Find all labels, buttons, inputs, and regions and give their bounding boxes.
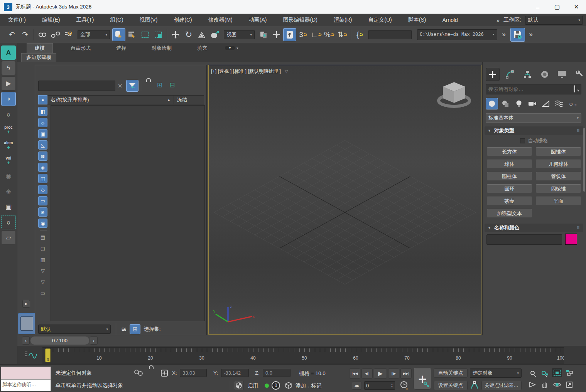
previous-frame-button[interactable]: ◀||	[361, 368, 373, 379]
menu-group[interactable]: 组(G)	[102, 14, 131, 26]
frame-counter[interactable]: 0 / 100	[30, 336, 89, 345]
menu-scripting[interactable]: 脚本(S)	[400, 14, 434, 26]
menu-file[interactable]: 文件(F)	[0, 14, 34, 26]
archive-button[interactable]: ▭	[38, 288, 47, 298]
rectangular-selection-region-button[interactable]	[138, 28, 152, 41]
select-place-button[interactable]	[208, 28, 221, 41]
show-groups-toggle[interactable]: ◈	[38, 163, 47, 172]
angle-snap-toggle[interactable]: ∟	[309, 28, 323, 41]
viewcube[interactable]	[436, 76, 473, 116]
column-freeze-header[interactable]: 冻结	[174, 95, 204, 104]
display-filter-button[interactable]	[126, 80, 138, 92]
show-lights-toggle[interactable]: ☼	[38, 118, 47, 127]
pyramid-button[interactable]: 四棱锥	[535, 184, 581, 193]
show-particles-toggle[interactable]: ⋇	[38, 207, 47, 217]
viewport-layout-thumbnail[interactable]	[18, 313, 36, 334]
autogrid-checkbox[interactable]	[520, 138, 525, 143]
menu-graph-editors[interactable]: 图形编辑器(D)	[275, 14, 325, 26]
perspective-viewport[interactable]: [+] [透视 ] [标准 ] [默认明暗处理 ] ▽ z y x	[208, 65, 481, 335]
category-helpers[interactable]	[540, 98, 552, 109]
next-frame-button[interactable]: ›	[90, 336, 98, 345]
isolate-selection-toggle[interactable]	[133, 368, 144, 377]
menu-edit[interactable]: 编辑(E)	[34, 14, 68, 26]
column-name-header[interactable]: 名称(按升序排序) ▲	[47, 95, 174, 104]
menu-tools[interactable]: 工具(T)	[68, 14, 102, 26]
cylinder-button[interactable]: 圆柱体	[486, 172, 532, 181]
x-coordinate-field[interactable]: 33.03	[180, 369, 207, 377]
geosphere-button[interactable]: 几何球体	[535, 160, 581, 168]
mini-curve-editor-icon[interactable]	[24, 349, 39, 360]
set-key-button[interactable]: 设置关键点	[434, 381, 468, 390]
minimize-button[interactable]: –	[528, 0, 547, 14]
zoom-extents-all-icon[interactable]	[564, 368, 575, 378]
reference-coordinate-dropdown[interactable]: 视图 ▾	[224, 30, 255, 39]
zoom-icon[interactable]	[527, 368, 538, 378]
subcategory-dropdown[interactable]: 标准基本体 ▾	[486, 113, 581, 123]
teapot-button[interactable]: 茶壶	[486, 197, 532, 205]
sphere-button[interactable]: 球体	[486, 160, 532, 168]
torus-button[interactable]: 圆环	[486, 184, 532, 193]
maxscript-mini-listener[interactable]: 脚本迷你侦听…	[1, 367, 51, 391]
arnold-light-button[interactable]: ☼	[1, 107, 16, 121]
list-view-button[interactable]: ▤	[38, 232, 47, 242]
select-object-button[interactable]	[112, 28, 125, 41]
clear-search-icon[interactable]: ✕	[118, 82, 123, 89]
tab-display[interactable]	[555, 68, 569, 81]
select-rotate-button[interactable]: ↻	[182, 28, 195, 41]
pan-hand-icon[interactable]	[539, 380, 550, 390]
category-systems[interactable]: ☼☼	[567, 98, 579, 109]
viewport-filter-icon[interactable]: ▽	[285, 69, 288, 74]
keyboard-shortcut-override-toggle[interactable]	[283, 28, 296, 41]
menubar-overflow-icon[interactable]: »	[496, 17, 500, 24]
viewport-label[interactable]: [+] [透视 ] [标准 ] [默认明暗处理 ]	[211, 68, 281, 75]
ribbon-tab-selection[interactable]: 选择	[108, 43, 134, 53]
show-containers-toggle[interactable]: ▭	[38, 196, 47, 205]
previous-frame-button[interactable]: ‹	[22, 336, 30, 345]
ribbon-tab-freeform[interactable]: 自由形式	[63, 43, 98, 53]
autobackup-save-icon[interactable]	[510, 28, 525, 42]
y-coordinate-field[interactable]: -83.142	[221, 369, 249, 377]
panel-scrollbar[interactable]	[583, 128, 585, 192]
material-view-button[interactable]: ▢	[38, 244, 47, 253]
time-slider-handle[interactable]: 0	[45, 348, 51, 362]
category-cameras[interactable]	[526, 98, 539, 109]
window-layout-button[interactable]: ▱	[1, 230, 16, 245]
menu-views[interactable]: 视图(V)	[132, 14, 166, 26]
zoom-extents-icon[interactable]	[552, 368, 562, 378]
create-alembic-button[interactable]: alem＋	[1, 138, 16, 152]
toolbar-overflow2-icon[interactable]: »	[529, 30, 533, 39]
ribbon-tab-populate[interactable]: 填充	[189, 43, 215, 53]
selection-set-dropdown[interactable]: 选定对象 ▾	[470, 368, 522, 378]
selection-filter-dropdown[interactable]: 全部 ▾	[78, 30, 110, 39]
notification-badge[interactable]: 0	[272, 381, 280, 390]
scene-object-list[interactable]	[51, 105, 205, 321]
toolbar-overflow-icon[interactable]: »	[502, 30, 506, 39]
object-name-input[interactable]	[486, 234, 562, 245]
arnold-render-button[interactable]: ϟ	[1, 61, 16, 75]
edit-named-selection-sets-button[interactable]: {	[353, 28, 366, 41]
explorer-preset-dropdown[interactable]: 默认 ▾	[38, 325, 111, 334]
show-hidden-toggle[interactable]: ◉	[38, 219, 47, 228]
ribbon-subtab-polygon-modeling[interactable]: 多边形建模	[21, 53, 56, 62]
menu-animation[interactable]: 动画(A)	[241, 14, 275, 26]
cone-button[interactable]: 圆锥体	[535, 147, 581, 156]
listener-script-pane[interactable]: 脚本迷你侦听…	[1, 380, 51, 390]
workspace-dropdown[interactable]: 默认 ▾	[525, 16, 583, 25]
tab-modify[interactable]	[503, 68, 517, 81]
set-keys-button[interactable]: ＋	[414, 368, 431, 390]
project-folder-dropdown[interactable]: C:\Users\me⋯ds Max 2026 ▾	[417, 29, 497, 40]
field-of-view-icon[interactable]	[527, 380, 538, 390]
arnold-run-script-button[interactable]: ▶	[1, 76, 16, 91]
ribbon-overflow-button[interactable]: ▼ ▾	[225, 46, 238, 50]
time-slider-ruler[interactable]: 102030405060708090100 0	[42, 347, 564, 363]
show-helpers-toggle[interactable]: ◺	[38, 140, 47, 150]
tab-create[interactable]	[486, 68, 500, 81]
bind-spacewarp-icon[interactable]	[62, 28, 75, 41]
filter-button[interactable]: ▽	[38, 266, 47, 275]
unlink-icon[interactable]	[49, 28, 62, 41]
percent-snap-toggle[interactable]: %	[323, 28, 336, 41]
select-move-button[interactable]	[169, 28, 182, 41]
snap-toggle-3d[interactable]: 3	[296, 28, 309, 41]
tab-motion[interactable]	[538, 68, 552, 81]
absolute-mode-transform-icon[interactable]	[160, 368, 169, 378]
